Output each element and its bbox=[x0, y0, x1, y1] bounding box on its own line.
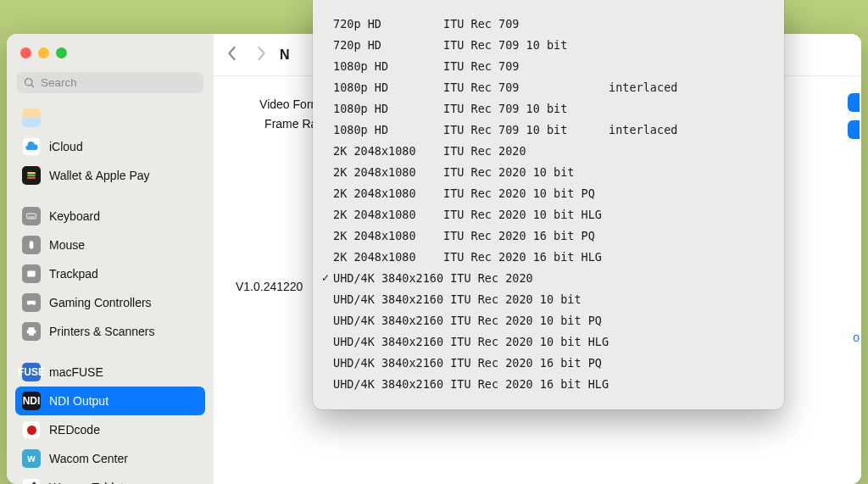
dropdown-option[interactable]: 720p HD ITU Rec 709 10 bit bbox=[318, 35, 777, 56]
sidebar-item-label: Mouse bbox=[49, 238, 85, 252]
keyboard-icon bbox=[22, 207, 41, 225]
video-format-dropdown[interactable]: 720p HD ITU Rec 709720p HD ITU Rec 709 1… bbox=[313, 0, 784, 409]
wacom-tablet-icon bbox=[22, 478, 41, 484]
dropdown-option[interactable]: 1080p HD ITU Rec 709 interlaced bbox=[318, 77, 777, 98]
sidebar-item-trackpad[interactable]: Trackpad bbox=[15, 259, 205, 288]
sidebar-item-gaming[interactable]: Gaming Controllers bbox=[15, 288, 205, 317]
sidebar-item-label: Trackpad bbox=[49, 267, 98, 281]
dropdown-option[interactable]: 720p HD ITU Rec 709 bbox=[318, 14, 777, 35]
dropdown-option-label: 720p HD ITU Rec 709 10 bit bbox=[331, 35, 567, 56]
dropdown-option-label: UHD/4K 3840x2160 ITU Rec 2020 10 bit PQ bbox=[331, 310, 602, 331]
dropdown-option[interactable]: 1080p HD ITU Rec 709 10 bit bbox=[318, 98, 777, 120]
dropdown-option-label: UHD/4K 3840x2160 ITU Rec 2020 bbox=[331, 268, 533, 289]
wacom-center-icon: w bbox=[22, 449, 41, 468]
frame-rate-popup-edge[interactable] bbox=[848, 120, 860, 139]
sidebar-item-label: Printers & Scanners bbox=[49, 325, 155, 338]
dropdown-option[interactable]: 2K 2048x1080 ITU Rec 2020 10 bit HLG bbox=[318, 204, 777, 225]
dropdown-option-label: 2K 2048x1080 ITU Rec 2020 16 bit PQ bbox=[331, 225, 595, 247]
redcode-icon bbox=[22, 420, 41, 439]
version-label: V1.0.241220 bbox=[236, 280, 303, 293]
sidebar-item-redcode[interactable]: REDcode bbox=[15, 415, 205, 444]
sidebar-item-label: NDI Output bbox=[49, 394, 108, 408]
trackpad-icon bbox=[22, 264, 41, 283]
sidebar-item-mouse[interactable]: Mouse bbox=[15, 231, 205, 259]
svg-rect-4 bbox=[29, 217, 35, 218]
sidebar-item-top-blurred[interactable] bbox=[15, 103, 205, 132]
link-fragment[interactable]: o bbox=[853, 331, 860, 344]
dropdown-option-label: 720p HD ITU Rec 709 bbox=[331, 14, 519, 35]
dropdown-option[interactable]: UHD/4K 3840x2160 ITU Rec 2020 10 bit bbox=[318, 289, 777, 310]
search-input[interactable] bbox=[41, 76, 197, 89]
sidebar-item-wacom-tablet[interactable]: Wacom Tablet bbox=[15, 473, 205, 484]
video-format-popup-edge[interactable] bbox=[848, 93, 860, 112]
dropdown-option[interactable]: ✓UHD/4K 3840x2160 ITU Rec 2020 bbox=[318, 268, 777, 289]
dropdown-option-label: 2K 2048x1080 ITU Rec 2020 16 bit HLG bbox=[331, 247, 602, 268]
search-field-container[interactable] bbox=[17, 72, 203, 93]
dropdown-option[interactable]: 1080p HD ITU Rec 709 bbox=[318, 56, 777, 77]
search-icon bbox=[24, 77, 36, 89]
sidebar-item-wallet[interactable]: Wallet & Apple Pay bbox=[15, 161, 205, 190]
sidebar-item-label: Keyboard bbox=[49, 209, 100, 223]
dropdown-option-label: 1080p HD ITU Rec 709 10 bit interlaced bbox=[331, 120, 677, 141]
forward-button[interactable] bbox=[256, 46, 266, 64]
dropdown-option[interactable]: UHD/4K 3840x2160 ITU Rec 2020 10 bit HLG bbox=[318, 331, 777, 353]
dropdown-option-label: 2K 2048x1080 ITU Rec 2020 10 bit HLG bbox=[331, 204, 602, 225]
dropdown-option-label: 1080p HD ITU Rec 709 bbox=[331, 56, 519, 77]
dropdown-option[interactable]: 2K 2048x1080 ITU Rec 2020 bbox=[318, 141, 777, 162]
sidebar-item-label: Gaming Controllers bbox=[49, 296, 152, 309]
sidebar-item-label: macFUSE bbox=[49, 365, 103, 379]
mouse-icon bbox=[22, 236, 41, 254]
sidebar-item-label: REDcode bbox=[49, 423, 100, 437]
svg-rect-6 bbox=[27, 271, 35, 277]
svg-rect-0 bbox=[27, 172, 35, 174]
dropdown-option[interactable]: 2K 2048x1080 ITU Rec 2020 16 bit HLG bbox=[318, 247, 777, 268]
sidebar: iCloud Wallet & Apple Pay Keyboard bbox=[7, 34, 214, 484]
sidebar-nav: iCloud Wallet & Apple Pay Keyboard bbox=[7, 102, 214, 484]
svg-rect-3 bbox=[27, 214, 36, 219]
svg-rect-1 bbox=[27, 175, 35, 176]
wallet-icon bbox=[22, 166, 41, 185]
page-title: N bbox=[280, 47, 290, 63]
dropdown-option[interactable]: 2K 2048x1080 ITU Rec 2020 16 bit PQ bbox=[318, 225, 777, 247]
svg-rect-2 bbox=[27, 177, 35, 179]
dropdown-option-label: UHD/4K 3840x2160 ITU Rec 2020 10 bit bbox=[331, 289, 581, 310]
sidebar-item-wacom-center[interactable]: w Wacom Center bbox=[15, 444, 205, 473]
macfuse-icon: FUSE bbox=[22, 363, 41, 381]
dropdown-option[interactable]: 2K 2048x1080 ITU Rec 2020 10 bit PQ bbox=[318, 183, 777, 204]
sidebar-item-icloud[interactable]: iCloud bbox=[15, 132, 205, 161]
gamepad-icon bbox=[22, 293, 41, 312]
icloud-icon bbox=[22, 137, 41, 156]
dropdown-option-label: 1080p HD ITU Rec 709 10 bit bbox=[331, 98, 567, 120]
sidebar-item-label: Wacom Center bbox=[49, 452, 128, 465]
dropdown-option[interactable]: UHD/4K 3840x2160 ITU Rec 2020 16 bit HLG bbox=[318, 374, 777, 395]
dropdown-option-label: UHD/4K 3840x2160 ITU Rec 2020 16 bit HLG bbox=[331, 374, 609, 395]
generic-icon bbox=[22, 108, 41, 127]
back-button[interactable] bbox=[227, 46, 237, 64]
sidebar-item-ndi-output[interactable]: NDI NDI Output bbox=[15, 387, 205, 415]
checkmark-icon: ✓ bbox=[320, 268, 331, 289]
dropdown-option[interactable]: UHD/4K 3840x2160 ITU Rec 2020 10 bit PQ bbox=[318, 310, 777, 331]
fullscreen-window-button[interactable] bbox=[56, 47, 67, 58]
dropdown-option-label: UHD/4K 3840x2160 ITU Rec 2020 10 bit HLG bbox=[331, 331, 609, 353]
sidebar-item-label: Wallet & Apple Pay bbox=[49, 169, 150, 182]
dropdown-option-label: 2K 2048x1080 ITU Rec 2020 10 bit PQ bbox=[331, 183, 595, 204]
dropdown-option-label: UHD/4K 3840x2160 ITU Rec 2020 16 bit PQ bbox=[331, 353, 602, 374]
sidebar-item-keyboard[interactable]: Keyboard bbox=[15, 202, 205, 231]
close-window-button[interactable] bbox=[20, 47, 31, 58]
ndi-icon: NDI bbox=[22, 392, 41, 410]
minimize-window-button[interactable] bbox=[38, 47, 49, 58]
dropdown-option-label: 1080p HD ITU Rec 709 interlaced bbox=[331, 77, 677, 98]
dropdown-option[interactable]: UHD/4K 3840x2160 ITU Rec 2020 16 bit PQ bbox=[318, 353, 777, 374]
dropdown-option-label: 2K 2048x1080 ITU Rec 2020 10 bit bbox=[331, 162, 574, 183]
sidebar-item-printers[interactable]: Printers & Scanners bbox=[15, 317, 205, 346]
svg-rect-5 bbox=[30, 241, 34, 248]
sidebar-item-label: Wacom Tablet bbox=[49, 481, 124, 484]
printer-icon bbox=[22, 322, 41, 341]
dropdown-option-label: 2K 2048x1080 ITU Rec 2020 bbox=[331, 141, 526, 162]
sidebar-item-label: iCloud bbox=[49, 140, 83, 153]
dropdown-option[interactable]: 2K 2048x1080 ITU Rec 2020 10 bit bbox=[318, 162, 777, 183]
dropdown-option[interactable]: 1080p HD ITU Rec 709 10 bit interlaced bbox=[318, 120, 777, 141]
sidebar-item-macfuse[interactable]: FUSE macFUSE bbox=[15, 358, 205, 387]
window-controls bbox=[7, 44, 214, 72]
